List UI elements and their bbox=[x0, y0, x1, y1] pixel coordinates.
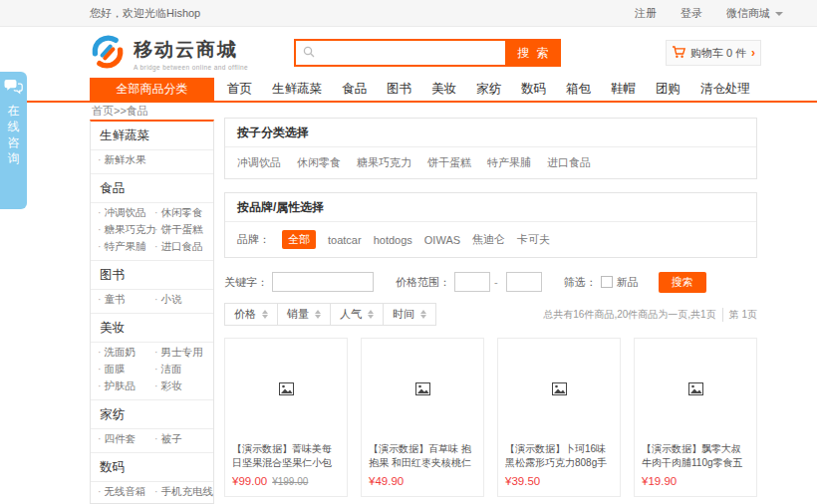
brand-option[interactable]: 焦迪仑 bbox=[472, 232, 505, 247]
sidebar-item[interactable]: 冲调饮品 bbox=[98, 206, 154, 220]
sidebar-item[interactable]: 新鲜水果 bbox=[98, 153, 154, 167]
brand-filter-title: 按品牌/属性选择 bbox=[225, 193, 756, 222]
subcategory-link[interactable]: 进口食品 bbox=[547, 155, 591, 170]
nav-item-首页[interactable]: 首页 bbox=[227, 81, 252, 98]
sidebar-item[interactable]: 饼干蛋糕 bbox=[154, 223, 206, 237]
price-max-input[interactable] bbox=[506, 272, 542, 292]
product-price: ¥99.00 bbox=[232, 475, 267, 487]
nav-item-生鲜蔬菜[interactable]: 生鲜蔬菜 bbox=[272, 81, 322, 98]
sidebar-section-items: 无线音箱手机充电线蓝牙耳机移动电源数码相机智能手机 bbox=[91, 481, 213, 504]
sidebar-item[interactable]: 四件套 bbox=[98, 432, 154, 446]
sidebar-item[interactable]: 小说 bbox=[154, 293, 206, 307]
new-product-label: 新品 bbox=[617, 275, 639, 290]
cart-arrow-icon: › bbox=[751, 46, 755, 60]
nav-item-鞋帽[interactable]: 鞋帽 bbox=[611, 81, 636, 98]
sidebar-item[interactable]: 彩妆 bbox=[154, 379, 206, 393]
sidebar-item[interactable]: 糖果巧克力 bbox=[98, 223, 154, 237]
subcategory-link[interactable]: 冲调饮品 bbox=[237, 155, 281, 170]
results-summary: 总共有16件商品,20件商品为一页,共1页 bbox=[543, 308, 715, 322]
sidebar-section-title[interactable]: 食品 bbox=[91, 173, 213, 202]
image-placeholder-icon bbox=[552, 381, 567, 399]
sidebar-item[interactable]: 洁面 bbox=[154, 363, 206, 377]
sort-button-人气[interactable]: 人气 bbox=[330, 303, 384, 326]
product-card[interactable]: 【演示数据】卜珂16味黑松露形巧克力808g手工礼盒装（代可可脂）¥39.50 bbox=[497, 338, 621, 497]
nav-item-数码[interactable]: 数码 bbox=[521, 81, 546, 98]
top-link-登录[interactable]: 登录 bbox=[681, 6, 702, 21]
sidebar-item[interactable]: 特产果脯 bbox=[98, 240, 154, 254]
sidebar-section-title[interactable]: 图书 bbox=[91, 260, 213, 289]
sidebar-item[interactable]: 面膜 bbox=[98, 363, 154, 377]
subcategory-link[interactable]: 糖果巧克力 bbox=[357, 155, 411, 170]
sidebar-item[interactable]: 进口食品 bbox=[154, 240, 206, 254]
sort-button-时间[interactable]: 时间 bbox=[383, 303, 436, 326]
sidebar-item[interactable]: 被子 bbox=[154, 432, 206, 446]
brand-option[interactable]: hotdogs bbox=[374, 234, 412, 246]
logo-text: 移动云商城 A bridge between online and offlin… bbox=[134, 37, 248, 71]
sidebar-item[interactable]: 护肤品 bbox=[98, 379, 154, 393]
search-input[interactable] bbox=[320, 43, 505, 63]
sort-button-价格[interactable]: 价格 bbox=[224, 303, 278, 326]
sort-button-label: 人气 bbox=[340, 307, 362, 322]
brand-option[interactable]: 全部 bbox=[282, 230, 316, 249]
subcategory-link[interactable]: 休闲零食 bbox=[297, 155, 341, 170]
online-chat-widget[interactable]: 在线咨询 bbox=[0, 72, 27, 209]
top-link-注册[interactable]: 注册 bbox=[635, 6, 657, 21]
sidebar-section-title[interactable]: 生鲜蔬菜 bbox=[91, 122, 213, 149]
logo-icon bbox=[90, 34, 126, 74]
filter-search-button[interactable]: 搜索 bbox=[659, 272, 706, 293]
sidebar-item[interactable]: 童书 bbox=[98, 293, 154, 307]
cart-button[interactable]: 购物车 0 件 › bbox=[666, 40, 761, 66]
product-card[interactable]: 【演示数据】百草味 抱抱果 和田红枣夹核桃仁 新疆大枣干枣特产¥49.90 bbox=[361, 338, 484, 497]
nav-item-箱包[interactable]: 箱包 bbox=[566, 81, 591, 98]
nav-item-美妆[interactable]: 美妆 bbox=[431, 81, 456, 98]
image-placeholder-icon bbox=[415, 381, 430, 399]
main-content: 按子分类选择 冲调饮品休闲零食糖果巧克力饼干蛋糕特产果脯进口食品 按品牌/属性选… bbox=[224, 118, 757, 504]
nav-item-家纺[interactable]: 家纺 bbox=[476, 81, 501, 98]
price-range-separator: - bbox=[494, 276, 498, 288]
main-nav: 全部商品分类 首页生鲜蔬菜食品图书美妆家纺数码箱包鞋帽团购清仓处理 bbox=[0, 78, 817, 103]
price-min-input[interactable] bbox=[454, 272, 490, 292]
brand-option[interactable]: 卡可夫 bbox=[517, 232, 550, 247]
product-original-price: ¥199.00 bbox=[272, 476, 308, 487]
sort-button-销量[interactable]: 销量 bbox=[277, 303, 331, 326]
site-logo[interactable]: 移动云商城 A bridge between online and offlin… bbox=[90, 34, 248, 74]
nav-item-团购[interactable]: 团购 bbox=[656, 81, 681, 98]
sort-arrows-icon bbox=[420, 310, 426, 319]
subcategory-filter-options: 冲调饮品休闲零食糖果巧克力饼干蛋糕特产果脯进口食品 bbox=[225, 147, 756, 178]
chat-widget-label: 在线咨询 bbox=[7, 103, 21, 166]
product-price-row: ¥19.90 bbox=[635, 470, 756, 496]
sidebar-section-title[interactable]: 数码 bbox=[91, 452, 213, 481]
search-button[interactable]: 搜 索 bbox=[507, 39, 561, 67]
subcategory-link[interactable]: 特产果脯 bbox=[487, 155, 531, 170]
sidebar-section-items: 洗面奶男士专用面膜洁面护肤品彩妆 bbox=[91, 342, 213, 399]
subcategory-link[interactable]: 饼干蛋糕 bbox=[427, 155, 471, 170]
sort-down-icon bbox=[368, 315, 374, 319]
nav-item-图书[interactable]: 图书 bbox=[387, 81, 411, 98]
sort-down-icon bbox=[315, 315, 321, 319]
keyword-input[interactable] bbox=[272, 272, 374, 292]
product-image bbox=[225, 339, 347, 442]
sidebar-section-title[interactable]: 家纺 bbox=[91, 399, 213, 428]
nav-item-清仓处理[interactable]: 清仓处理 bbox=[700, 81, 750, 98]
sidebar-item[interactable]: 洗面奶 bbox=[98, 346, 154, 360]
all-categories-button[interactable]: 全部商品分类 bbox=[90, 78, 214, 101]
search-box bbox=[294, 39, 507, 67]
product-image bbox=[498, 339, 620, 442]
brand-option[interactable]: toatcar bbox=[328, 234, 362, 246]
sidebar-item[interactable]: 无线音箱 bbox=[98, 485, 154, 499]
sort-options: 价格销量人气时间 bbox=[224, 303, 435, 326]
sidebar-item[interactable]: 手机充电线 bbox=[154, 485, 213, 499]
sidebar-section-title[interactable]: 美妆 bbox=[91, 313, 213, 342]
nav-item-食品[interactable]: 食品 bbox=[342, 81, 367, 98]
welcome-text: 您好，欢迎光临Hishop bbox=[90, 6, 200, 21]
sidebar-item[interactable]: 男士专用 bbox=[154, 346, 206, 360]
subcategory-filter-box: 按子分类选择 冲调饮品休闲零食糖果巧克力饼干蛋糕特产果脯进口食品 bbox=[224, 118, 757, 179]
top-link-微信商城[interactable]: 微信商城 bbox=[726, 6, 783, 21]
product-card[interactable]: 【演示数据】菁味美每日坚果混合坚果仁小包装30包¥99.00¥199.00 bbox=[224, 338, 348, 497]
brand-option[interactable]: OIWAS bbox=[424, 234, 460, 246]
product-card[interactable]: 【演示数据】飘零大叔牛肉干肉脯110g零食五香味手撕风干牛肉片¥19.90 bbox=[634, 338, 757, 497]
new-product-checkbox[interactable] bbox=[601, 276, 613, 288]
logo-subtitle: A bridge between online and offline bbox=[134, 64, 248, 71]
sidebar-item[interactable]: 休闲零食 bbox=[154, 206, 206, 220]
brand-filter-options: 品牌： 全部toatcarhotdogsOIWAS焦迪仑卡可夫 bbox=[225, 222, 756, 257]
